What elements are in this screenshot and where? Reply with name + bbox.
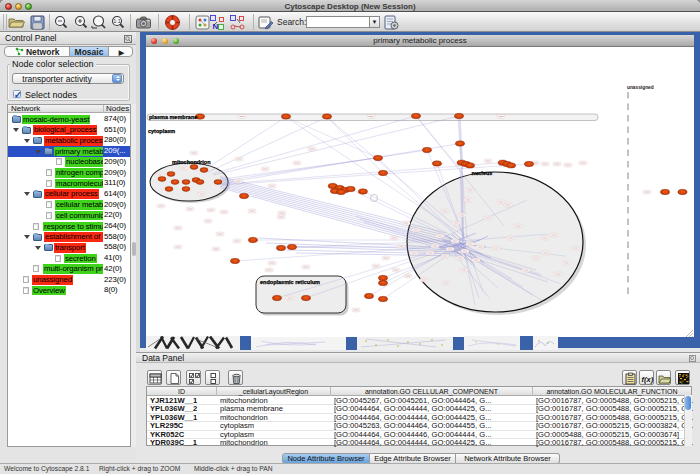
svg-text:endoplasmic reticulum: endoplasmic reticulum bbox=[260, 279, 320, 285]
svg-text:unassigned: unassigned bbox=[627, 85, 654, 90]
svg-text:plasma membrane: plasma membrane bbox=[149, 114, 197, 120]
svg-text:N: N bbox=[213, 22, 219, 31]
svg-text:f(x): f(x) bbox=[642, 375, 654, 384]
svg-text:1:1: 1:1 bbox=[113, 18, 121, 24]
svg-text:cytoplasm: cytoplasm bbox=[148, 128, 175, 134]
svg-text:nucleus: nucleus bbox=[472, 170, 493, 176]
svg-text:mitochondrion: mitochondrion bbox=[172, 159, 211, 165]
